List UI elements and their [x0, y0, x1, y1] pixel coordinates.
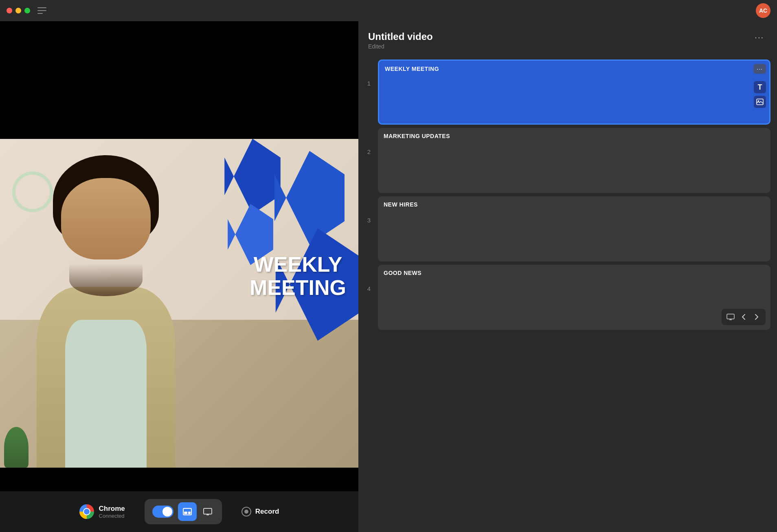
slide-label-1: WEEKLY MEETING — [385, 66, 439, 72]
layout-button[interactable] — [178, 502, 197, 521]
slide-number-4: 4 — [365, 265, 373, 292]
text-icon-button[interactable]: T — [754, 81, 766, 93]
slide-number-1: 1 — [365, 59, 373, 87]
next-slide-button[interactable] — [751, 311, 762, 323]
chevron-right-icon — [755, 314, 759, 320]
right-panel: Untitled video Edited ··· 1 WEEKLY MEETI… — [358, 21, 777, 532]
slide-nav — [722, 309, 766, 325]
slide-number-3: 3 — [365, 196, 373, 224]
svg-rect-8 — [727, 314, 734, 319]
slide-label-4: GOOD NEWS — [384, 270, 421, 276]
window-controls — [7, 8, 30, 13]
slide-number-2: 2 — [365, 128, 373, 155]
bar1 — [37, 7, 46, 8]
svg-rect-3 — [204, 508, 212, 514]
more-options-button[interactable]: ··· — [751, 31, 767, 44]
slide-card-3[interactable]: NEW HIRES — [378, 196, 770, 262]
black-bar-top — [0, 21, 358, 139]
bar2 — [37, 10, 46, 11]
meeting-text-line2: MEETING — [250, 276, 346, 299]
slide-item-1[interactable]: 1 WEEKLY MEETING ··· T — [365, 59, 770, 125]
maximize-button[interactable] — [24, 8, 30, 13]
video-area: WEEKLY MEETING — [0, 21, 358, 491]
svg-rect-2 — [188, 512, 191, 514]
plant-shape — [4, 427, 29, 468]
avatar[interactable]: AC — [756, 3, 770, 18]
close-button[interactable] — [7, 8, 12, 13]
slides-list: 1 WEEKLY MEETING ··· T — [358, 56, 777, 532]
prev-slide-button[interactable] — [738, 311, 749, 323]
slide-item-4[interactable]: 4 GOOD NEWS — [365, 265, 770, 330]
face-shape — [61, 178, 151, 259]
video-panel: WEEKLY MEETING — [0, 21, 358, 532]
image-icon-button[interactable] — [754, 96, 766, 108]
bar3 — [37, 13, 43, 14]
main-layout: WEEKLY MEETING — [0, 21, 777, 532]
record-label: Record — [255, 508, 279, 516]
video-background: WEEKLY MEETING — [0, 21, 358, 491]
chevron-left-icon — [742, 314, 746, 320]
record-dot — [241, 507, 251, 517]
monitor-icon — [727, 314, 735, 320]
panel-title-group: Untitled video Edited — [368, 31, 433, 50]
record-button[interactable]: Record — [241, 507, 279, 517]
slide-label-3: NEW HIRES — [384, 201, 418, 208]
slide-card-2[interactable]: MARKETING UPDATES — [378, 128, 770, 193]
chrome-icon — [79, 504, 94, 519]
minimize-button[interactable] — [15, 8, 21, 13]
layout-icon — [183, 508, 192, 515]
tshirt-shape — [65, 320, 147, 468]
screen-button[interactable] — [198, 502, 217, 521]
panel-header: Untitled video Edited ··· — [358, 21, 777, 56]
svg-rect-1 — [184, 512, 187, 514]
slide-item-2[interactable]: 2 MARKETING UPDATES — [365, 128, 770, 193]
person-area — [20, 139, 216, 468]
panel-title: Untitled video — [368, 31, 433, 42]
source-text: Chrome Connected — [99, 505, 125, 519]
sidebar-toggle-icon[interactable] — [37, 7, 46, 14]
titlebar: AC — [0, 0, 777, 21]
panel-subtitle: Edited — [368, 43, 433, 50]
beard-shape — [69, 264, 143, 296]
toggle-pill — [152, 506, 173, 518]
slide-item-3[interactable]: 3 NEW HIRES — [365, 196, 770, 262]
controls-cluster — [145, 499, 222, 524]
hex-shape-1 — [269, 151, 350, 245]
meeting-text: WEEKLY MEETING — [250, 253, 346, 299]
slide-card-1[interactable]: WEEKLY MEETING ··· T — [378, 59, 770, 125]
source-status: Connected — [99, 513, 125, 519]
toggle-button[interactable] — [149, 502, 176, 521]
image-icon — [756, 99, 764, 105]
source-info: Chrome Connected — [79, 504, 125, 519]
text-icon: T — [758, 83, 762, 92]
monitor-icon-button[interactable] — [725, 311, 736, 323]
video-content: WEEKLY MEETING — [0, 139, 358, 468]
slide-actions-1: T — [754, 81, 766, 108]
plant-area — [0, 411, 33, 468]
record-dot-inner — [244, 510, 248, 514]
slide-card-4[interactable]: GOOD NEWS — [378, 265, 770, 330]
meeting-text-line1: WEEKLY — [250, 253, 346, 276]
bottom-bar: Chrome Connected — [0, 491, 358, 532]
slide-dots-1[interactable]: ··· — [753, 64, 766, 74]
toggle-knob — [162, 507, 172, 517]
slide-label-2: MARKETING UPDATES — [384, 133, 450, 139]
source-name: Chrome — [99, 505, 125, 513]
screen-icon — [203, 508, 212, 515]
